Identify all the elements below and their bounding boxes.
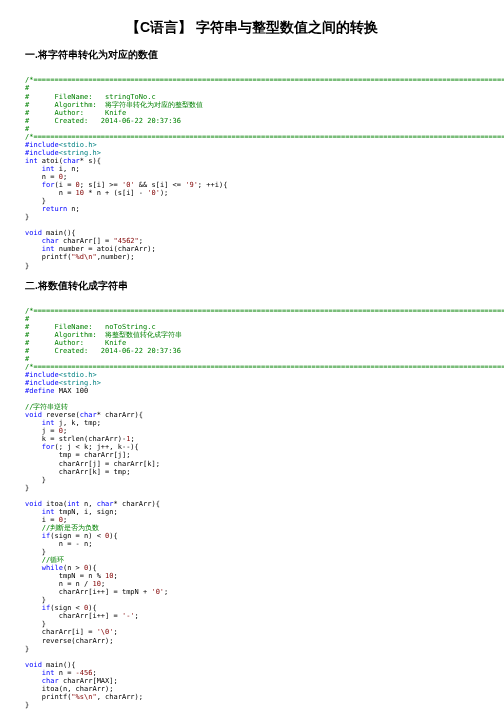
filename-val: stringToNo.c bbox=[105, 93, 156, 101]
hdr-border: /*======================================… bbox=[25, 363, 504, 371]
algo-lbl: # Algorithm: bbox=[25, 331, 105, 339]
decl: charArr[] = bbox=[59, 237, 114, 245]
brace: } bbox=[25, 197, 46, 205]
kw-while: while bbox=[25, 564, 63, 572]
section1-heading: 一.将字符串转化为对应的数值 bbox=[25, 49, 479, 60]
args: , charArr); bbox=[97, 693, 143, 701]
comment: //字符串逆转 bbox=[25, 403, 68, 411]
semi: ; bbox=[130, 435, 134, 443]
brace: } bbox=[25, 484, 29, 492]
kw-int: int bbox=[67, 500, 80, 508]
fmt: "%d\n" bbox=[71, 253, 96, 261]
param: * charArr){ bbox=[114, 500, 160, 508]
for-cond: && s[i] <= bbox=[135, 181, 186, 189]
semi: ; bbox=[135, 612, 139, 620]
ret-val: n; bbox=[67, 205, 80, 213]
fn-itoa: itoa( bbox=[42, 500, 67, 508]
kw-char: char bbox=[25, 677, 59, 685]
include-lib: <string.h> bbox=[59, 149, 101, 157]
hash: # bbox=[25, 315, 29, 323]
kw-void: void bbox=[25, 411, 42, 419]
kw-char: char bbox=[80, 411, 97, 419]
kw-int: int bbox=[25, 165, 55, 173]
kw-int: int bbox=[25, 419, 55, 427]
stmt: n = - n; bbox=[25, 540, 92, 548]
include-lib: <stdio.h> bbox=[59, 141, 97, 149]
semi: ; bbox=[92, 669, 96, 677]
for-cond: (i = bbox=[55, 181, 76, 189]
decl: charArr[MAX]; bbox=[59, 677, 118, 685]
num: 10 bbox=[92, 580, 100, 588]
code-block-1: /*======================================… bbox=[25, 68, 479, 269]
author-lbl: # Author: bbox=[25, 109, 105, 117]
cond: (n > bbox=[63, 564, 84, 572]
hash: # bbox=[25, 125, 29, 133]
filename-lbl: # FileName: bbox=[25, 93, 105, 101]
cond: (sign = n) < bbox=[50, 532, 105, 540]
kw-int: int bbox=[25, 157, 38, 165]
brace: } bbox=[25, 213, 29, 221]
printf: printf( bbox=[25, 693, 71, 701]
algo-val: 将字符串转化为对应的整型数值 bbox=[105, 101, 203, 109]
vars: j, k, tmp; bbox=[55, 419, 101, 427]
include-lib: <string.h> bbox=[59, 379, 101, 387]
body: ); bbox=[160, 189, 168, 197]
num: 10 bbox=[105, 572, 113, 580]
cond: (sign < bbox=[50, 604, 84, 612]
param: * s){ bbox=[80, 157, 101, 165]
printf: printf( bbox=[25, 253, 71, 261]
semi: ; bbox=[63, 173, 67, 181]
kw-char: char bbox=[25, 237, 59, 245]
char-lit: '0' bbox=[122, 181, 135, 189]
kw-void: void bbox=[25, 500, 42, 508]
semi: ; bbox=[101, 580, 105, 588]
semi: ; bbox=[164, 588, 168, 596]
cond: ){ bbox=[88, 564, 96, 572]
str-lit: "4562" bbox=[114, 237, 139, 245]
stmt: tmp = charArr[j]; bbox=[25, 451, 130, 459]
stmt: charArr[i++] = bbox=[25, 612, 122, 620]
author-val: Knife bbox=[105, 339, 126, 347]
include: #include bbox=[25, 149, 59, 157]
comment: //循环 bbox=[25, 556, 64, 564]
kw-int: int bbox=[25, 508, 55, 516]
stmt: itoa(n, charArr); bbox=[25, 685, 114, 693]
include: #include bbox=[25, 371, 59, 379]
filename-lbl: # FileName: bbox=[25, 323, 105, 331]
vars: i, n; bbox=[55, 165, 80, 173]
include-lib: <stdio.h> bbox=[59, 371, 97, 379]
fmt: "%s\n" bbox=[71, 693, 96, 701]
num: -456 bbox=[76, 669, 93, 677]
created-val: 2014-06-22 20:37:36 bbox=[101, 347, 181, 355]
semi: ; bbox=[63, 427, 67, 435]
fn-atoi: atoi( bbox=[38, 157, 63, 165]
kw-int: int bbox=[25, 245, 55, 253]
algo-lbl: # Algorithm: bbox=[25, 101, 105, 109]
stmt: reverse(charArr); bbox=[25, 637, 114, 645]
code-block-2: /*======================================… bbox=[25, 299, 479, 709]
assign: j = bbox=[25, 427, 59, 435]
char-lit: '\0' bbox=[97, 628, 114, 636]
kw-char: char bbox=[97, 500, 114, 508]
created-lbl: # Created: bbox=[25, 117, 101, 125]
kw-for: for bbox=[25, 443, 55, 451]
body: * n + (s[i] - bbox=[84, 189, 147, 197]
fn-main: main(){ bbox=[42, 661, 76, 669]
stmt: charArr[i++] = tmpN + bbox=[25, 588, 151, 596]
filename-val: noToString.c bbox=[105, 323, 156, 331]
cond: ){ bbox=[88, 604, 96, 612]
hdr-border: /*======================================… bbox=[25, 76, 504, 84]
char-lit: '0' bbox=[151, 588, 164, 596]
author-val: Knife bbox=[105, 109, 126, 117]
args: ,number); bbox=[97, 253, 135, 261]
macro: MAX 100 bbox=[55, 387, 89, 395]
kw-if: if bbox=[25, 604, 50, 612]
page-title: 【C语言】 字符串与整型数值之间的转换 bbox=[25, 20, 479, 35]
semi: ; bbox=[139, 237, 143, 245]
char-lit: '0' bbox=[147, 189, 160, 197]
decl: n = bbox=[55, 669, 76, 677]
brace: } bbox=[25, 701, 29, 709]
stmt: charArr[k] = tmp; bbox=[25, 468, 130, 476]
param: n, bbox=[80, 500, 97, 508]
decl: number = atoi(charArr); bbox=[55, 245, 156, 253]
